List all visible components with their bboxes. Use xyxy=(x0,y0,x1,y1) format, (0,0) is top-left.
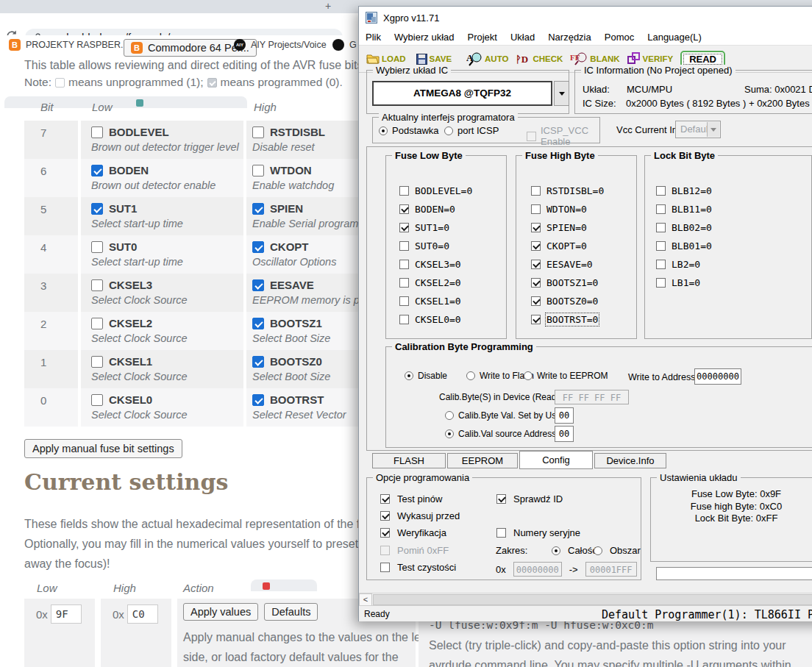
erase-before-checkbox[interactable]: Wykasuj przed xyxy=(380,510,460,521)
checkbox-icon[interactable] xyxy=(399,260,409,269)
verify-checkbox[interactable]: Weryfikacja xyxy=(380,527,446,538)
fuse-row[interactable]: CKSEL0=0 xyxy=(386,310,506,329)
radio-icon[interactable] xyxy=(445,429,454,438)
lock-row[interactable]: BLB01=0 xyxy=(645,237,811,255)
fuse-checkbox[interactable] xyxy=(252,279,264,291)
fuse-row[interactable]: EESAVE=0 xyxy=(516,255,636,274)
icsp-port-radio[interactable]: port ICSP xyxy=(444,125,499,136)
window-titlebar[interactable]: Xgpro v11.71 xyxy=(359,7,812,29)
checkbox-icon[interactable] xyxy=(531,186,541,196)
fuse-checkbox[interactable] xyxy=(252,241,264,253)
checkbox-icon[interactable] xyxy=(380,528,390,538)
menu-narzedzia[interactable]: Narzędzia xyxy=(541,32,598,43)
menu-projekt[interactable]: Projekt xyxy=(460,32,503,43)
low-fuse-input[interactable] xyxy=(51,604,82,624)
radio-icon[interactable] xyxy=(594,546,602,555)
checkbox-icon[interactable] xyxy=(399,296,409,306)
save-button[interactable]: SAVE xyxy=(416,54,452,65)
checkbox-icon[interactable] xyxy=(399,241,409,251)
calib-user-input[interactable]: 00 xyxy=(555,407,574,424)
calib-source-input[interactable]: 00 xyxy=(555,426,574,442)
fuse-checkbox[interactable] xyxy=(252,356,264,368)
fuse-checkbox[interactable] xyxy=(252,203,264,215)
bookmark-item[interactable]: AIYAIY Projects/Voice xyxy=(234,39,327,51)
fuse-row-bootrst[interactable]: BOOTRST=0 xyxy=(516,310,636,329)
podstawka-radio[interactable]: Podstawka xyxy=(379,125,439,136)
calib-user-radio[interactable]: Calib.Byte Val. Set by User xyxy=(445,410,564,421)
fuse-row[interactable]: CKSEL3=0 xyxy=(386,255,506,274)
fuse-checkbox[interactable] xyxy=(91,279,103,291)
high-fuse-input[interactable] xyxy=(127,604,158,624)
fuse-row[interactable]: CKSEL1=0 xyxy=(386,292,506,310)
fuse-checkbox[interactable] xyxy=(252,126,264,138)
fuse-row[interactable]: BODEN=0 xyxy=(386,200,506,218)
lock-row[interactable]: BLB02=0 xyxy=(645,218,811,237)
checkbox-icon[interactable] xyxy=(656,186,666,196)
checkbox-icon[interactable] xyxy=(531,296,541,306)
test-pins-checkbox[interactable]: Test pinów xyxy=(380,493,442,504)
checkbox-icon[interactable] xyxy=(656,223,666,232)
bookmark-item[interactable]: BPROJEKTY RASPBER... xyxy=(9,39,128,51)
fuse-row[interactable]: CKSEL2=0 xyxy=(386,274,506,292)
checkbox-icon[interactable] xyxy=(531,278,541,288)
fuse-checkbox[interactable] xyxy=(91,356,103,368)
apply-manual-fuse-button[interactable]: Apply manual fuse bit settings xyxy=(24,439,182,458)
defaults-button[interactable]: Defaults xyxy=(264,603,318,621)
radio-icon[interactable] xyxy=(524,371,533,380)
fuse-checkbox[interactable] xyxy=(91,126,103,138)
lock-row[interactable]: LB2=0 xyxy=(645,255,811,274)
checkbox-icon[interactable] xyxy=(656,204,666,214)
fuse-row[interactable]: BOOTSZ0=0 xyxy=(516,292,636,310)
horizontal-scrollbar[interactable]: < xyxy=(359,593,812,605)
radio-icon[interactable] xyxy=(444,126,453,135)
checkbox-icon[interactable] xyxy=(399,204,409,214)
new-tab-button[interactable]: + xyxy=(322,0,334,12)
fuse-checkbox[interactable] xyxy=(252,394,264,406)
fuse-row[interactable]: BOOTSZ1=0 xyxy=(516,274,636,292)
scroll-left-arrow[interactable]: < xyxy=(359,593,372,606)
verify-button[interactable]: VERIFY xyxy=(627,52,674,65)
blank-button[interactable]: FF BLANK xyxy=(570,51,619,66)
fuse-checkbox[interactable] xyxy=(91,165,103,176)
auto-button[interactable]: A AUTO xyxy=(466,51,508,66)
fuse-checkbox[interactable] xyxy=(91,203,103,215)
tab-config[interactable]: Config xyxy=(519,451,593,469)
tab-eeprom[interactable]: EEPROM xyxy=(447,453,518,468)
radio-icon[interactable] xyxy=(405,371,413,380)
checkbox-icon[interactable] xyxy=(399,315,409,324)
checkbox-icon[interactable] xyxy=(380,563,390,572)
check-id-checkbox[interactable]: Sprawdź ID xyxy=(496,493,563,504)
fuse-checkbox[interactable] xyxy=(252,165,264,176)
ic-combo-dropdown-button[interactable] xyxy=(554,81,569,106)
calib-source-radio[interactable]: Calib.Val source Address : xyxy=(445,429,561,439)
checkbox-icon[interactable] xyxy=(656,241,666,251)
radio-icon[interactable] xyxy=(466,371,475,380)
fuse-checkbox[interactable] xyxy=(91,241,103,253)
lock-row[interactable]: LB1=0 xyxy=(645,274,811,292)
lock-row[interactable]: BLB12=0 xyxy=(645,182,811,200)
checkbox-icon[interactable] xyxy=(380,494,390,504)
tab-flash[interactable]: FLASH xyxy=(372,453,446,468)
fuse-row[interactable]: BODLEVEL=0 xyxy=(386,182,506,200)
radio-icon[interactable] xyxy=(379,126,388,135)
scrollbar-thumb[interactable] xyxy=(373,594,812,605)
checkbox-icon[interactable] xyxy=(531,315,541,324)
menu-language[interactable]: Language(L) xyxy=(641,32,708,43)
checkbox-icon[interactable] xyxy=(399,223,409,232)
checkbox-icon[interactable] xyxy=(656,260,666,269)
menu-plik[interactable]: Plik xyxy=(359,32,388,43)
fuse-row[interactable]: WDTON=0 xyxy=(516,200,636,218)
checkbox-icon[interactable] xyxy=(531,241,541,251)
fuse-row[interactable]: SUT1=0 xyxy=(386,218,506,237)
ic-combo-box[interactable]: ATMEGA8 @TQFP32 xyxy=(372,81,552,106)
fuse-row[interactable]: SPIEN=0 xyxy=(516,218,636,237)
menu-wybierz-uklad[interactable]: Wybierz układ xyxy=(388,32,461,43)
checkbox-icon[interactable] xyxy=(656,278,666,288)
lock-row[interactable]: BLB11=0 xyxy=(645,200,811,218)
checkbox-icon[interactable] xyxy=(531,260,541,269)
obszar-radio[interactable]: Obszar xyxy=(594,545,641,556)
checkbox-icon[interactable] xyxy=(399,278,409,288)
checkbox-icon[interactable] xyxy=(531,223,541,232)
radio-icon[interactable] xyxy=(552,546,560,555)
checkbox-icon[interactable] xyxy=(496,528,506,538)
